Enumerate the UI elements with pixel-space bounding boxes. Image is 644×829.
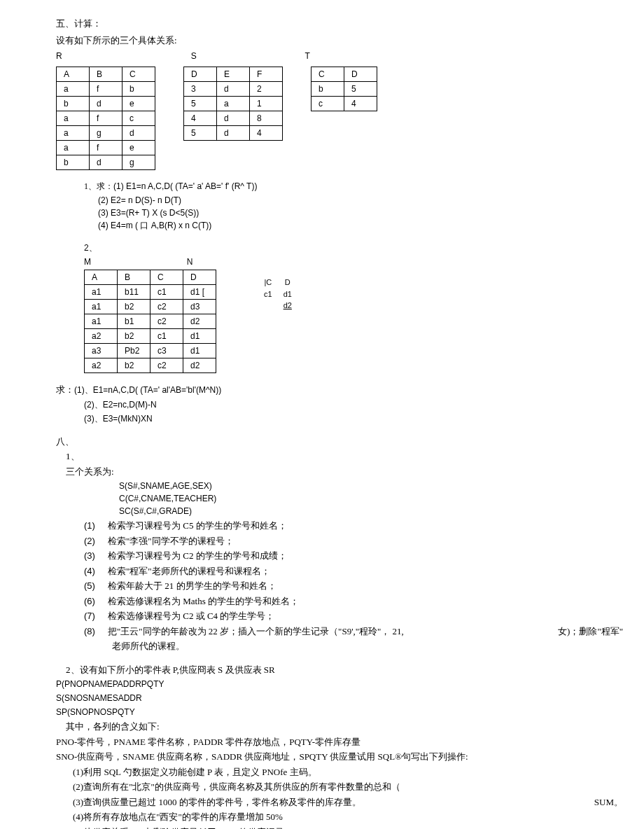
table-cell: d3 [183, 300, 216, 314]
q2e-e1: (1)、E1=nA,C,D( (TA=' al'AB='bl'(M^N)) [74, 385, 221, 395]
table-row: |CD [258, 277, 298, 288]
query-item: (8)把"王云"同学的年龄改为 22 岁；插入一个新的学生记录（"S9',"程玲… [84, 625, 588, 639]
table-cell: b2 [118, 329, 150, 344]
schema-sc: SC(S#,C#,GRADE) [119, 505, 588, 517]
table-cell: d1 [183, 329, 216, 344]
sec8-2-lead: 2、设有如下所小的零件表 P,供应冏表 S 及供应表 SR [66, 663, 588, 677]
table-cell: d2 [183, 314, 216, 329]
heading-5-sub: 设有如下所示的三个具体关系: [56, 34, 588, 48]
table-cell: e [122, 141, 155, 155]
query-item: (6)检索选修课程名为 Maths 的学生的学号和姓名； [84, 594, 588, 608]
table-row: agd [57, 126, 155, 141]
table-cell: c2 [150, 358, 183, 373]
table-row: 5a1 [184, 97, 283, 111]
q1-lead: 1、求： [84, 181, 113, 191]
q1-e4: (4) E4=m ( 口 A,B(R) x n C(T)) [98, 219, 588, 232]
schema-sp2: SP(SNOPNOSPQTY [56, 706, 588, 718]
item-number: (7) [84, 609, 108, 623]
table-row: a1b1c2d2 [85, 314, 216, 329]
table-header-cell: B [118, 270, 150, 285]
table-cell: 4 [344, 97, 377, 111]
table-row: a3Pb2c3d1 [85, 344, 216, 358]
heading-5-sub-text: 设有如下所示的三个具体关系: [56, 35, 177, 46]
table-row: bde [57, 97, 155, 111]
table-t: CDb5c4 [311, 67, 377, 111]
schema-p2: P(PNOPNAMEPADDRPQTY [56, 678, 588, 690]
table-row: c4 [312, 97, 377, 111]
label-m: M [84, 256, 98, 268]
query-item: (1)检索学习课程号为 C5 的学生的学号和姓名； [84, 519, 588, 533]
item-text: 检索年龄大于 21 的男学生的学号和姓名； [108, 580, 276, 591]
table-cell: a [57, 141, 90, 155]
query-item: (2)检索"李强"同学不学的课程号； [84, 534, 588, 548]
table-cell: e [122, 97, 155, 111]
table-cell: d1 [278, 288, 298, 300]
op-item: (5)从供应关系 SP 中删除供应量低于 1000 的供应记录。 [73, 825, 588, 830]
table-row: a1b2c2d3 [85, 300, 216, 314]
table-cell: c [312, 97, 344, 111]
sno-line: SNO-供应商号，SNAME 供应商名称，SADDR 供应商地址，SPQTY 供… [56, 750, 588, 764]
right-note: 女)；删除"程军" [558, 625, 623, 639]
table-cell: 1 [250, 97, 283, 111]
table-row: afb [57, 82, 155, 97]
table-cell: 3 [184, 82, 217, 97]
table-cell: c2 [150, 300, 183, 314]
q2-lead: 2、 [84, 242, 588, 254]
table-cell: a [217, 97, 250, 111]
cols-lead: 其中，各列的含义如下: [66, 720, 588, 734]
item-number: (5) [84, 579, 108, 593]
table-cell: a1 [85, 314, 118, 329]
relation-labels: R S T [56, 50, 588, 62]
table-row: 5d4 [184, 126, 283, 141]
label-s: S [191, 50, 209, 62]
table-cell: b [312, 82, 344, 97]
table-cell: d [90, 97, 122, 111]
table-header-cell: D [344, 67, 377, 82]
table-row: a1b11c1d1 [ [85, 285, 216, 300]
table-cell: a [57, 126, 90, 141]
item-text: 检索选修课程号为 C2 或 C4 的学生学号； [108, 611, 274, 621]
heading-8: 八、 [56, 435, 588, 449]
q2e-lead: 求： [56, 384, 74, 395]
table-cell: b [57, 97, 90, 111]
query-item: (3)检索学习课程号为 C2 的学生的学号和成绩； [84, 549, 588, 563]
q1-e2: (2) E2= n D(S)- n D(T) [98, 194, 588, 207]
table-header-cell: B [90, 67, 122, 82]
table-header-cell: F [250, 67, 283, 82]
table-header-cell: A [57, 67, 90, 82]
table-cell: b2 [118, 300, 150, 314]
item-number: (8) [84, 625, 108, 639]
table-header-cell: E [217, 67, 250, 82]
item-number: (1) [84, 519, 108, 533]
table-cell: a3 [85, 344, 118, 358]
table-header-cell: C [122, 67, 155, 82]
q2e-line1: 求：(1)、E1=nA,C,D( (TA=' al'AB='bl'(M^N)) [56, 383, 588, 397]
table-n: |CDc1d1d2 [258, 277, 298, 312]
table-cell: d1 [183, 344, 216, 358]
q2e-e3: (3)、E3=(MkN)XN [84, 412, 588, 425]
table-cell: a [57, 82, 90, 97]
table-cell: f [90, 82, 122, 97]
table-cell: c1 [150, 329, 183, 344]
table-cell: d [217, 82, 250, 97]
table-header-cell: A [85, 270, 118, 285]
table-cell: 5 [184, 97, 217, 111]
table-cell: c3 [150, 344, 183, 358]
table-cell: b [122, 82, 155, 97]
item-number: (3) [84, 549, 108, 563]
mn-labels: M N [84, 256, 588, 268]
schema-s: S(S#,SNAME,AGE,SEX) [119, 480, 588, 492]
table-cell: 5 [344, 82, 377, 97]
item-number: (4) [84, 564, 108, 578]
label-t: T [304, 50, 309, 62]
query-item: (5)检索年龄大于 21 的男学生的学号和姓名； [84, 579, 588, 593]
op-item: (3)查询供应量已超过 1000 的零件的零件号，零件名称及零件的库存量。SUM… [73, 795, 588, 809]
table-cell: d [217, 126, 250, 141]
q1-e3: (3) E3=(R+ T) X (s D<5(S)) [98, 207, 588, 219]
table-cell: 2 [250, 82, 283, 97]
item-number: (6) [84, 594, 108, 608]
table-cell: Pb2 [118, 344, 150, 358]
table-cell: 4 [184, 111, 217, 126]
table-row: 4d8 [184, 111, 283, 126]
table-row: afc [57, 111, 155, 126]
